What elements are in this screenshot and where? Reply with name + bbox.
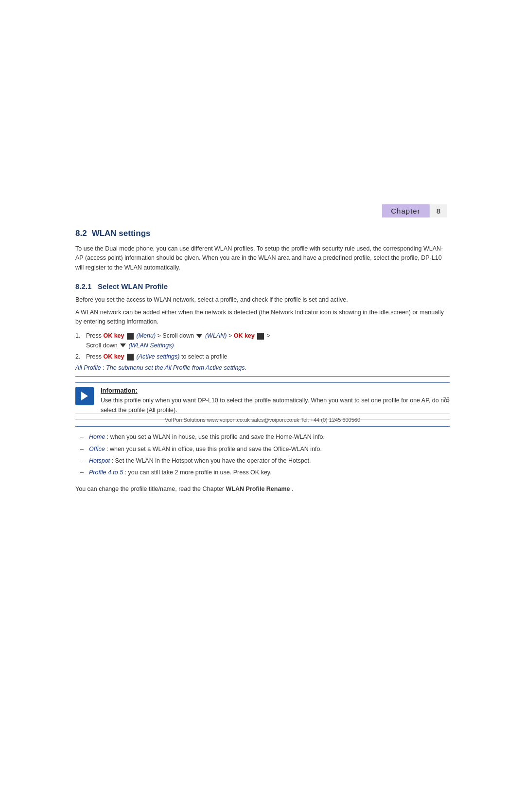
all-profile-label: All Profile — [75, 364, 101, 371]
bullet-home-text: : when you set a WLAN in house, use this… — [107, 433, 325, 440]
bullet-hotspot-content: Hotspot : Set the WLAN in the Hotspot wh… — [89, 456, 311, 466]
dash-4: – — [80, 468, 85, 477]
bullet-hotspot: – Hotspot : Set the WLAN in the Hotspot … — [80, 456, 450, 466]
divider-2 — [75, 426, 450, 427]
step-1-gt2: > — [228, 332, 234, 339]
step-2-active: (Active settings) — [137, 353, 180, 360]
steps-list: 1. Press OK key (Menu) > Scroll down (WL… — [75, 331, 450, 361]
step-1-gt3: > — [267, 332, 270, 339]
profile-rename-bold: WLAN Profile Rename — [226, 486, 290, 492]
step-1-press: Press — [86, 332, 103, 339]
step-1-menu: (Menu) — [137, 332, 156, 339]
scroll-down-icon-1 — [196, 334, 202, 338]
section-821-desc2: A WLAN network can be added either when … — [75, 308, 450, 327]
step-2-press: Press — [86, 353, 103, 360]
step-1-gt1: > — [158, 332, 163, 339]
bullet-profile45-text: : you can still take 2 more profile in u… — [125, 469, 272, 476]
bullet-office-content: Office : when you set a WLAN in office, … — [89, 445, 322, 454]
page-container: Chapter 8 8.2 WLAN settings To use the D… — [0, 0, 525, 812]
info-icon — [75, 387, 94, 405]
step-1: 1. Press OK key (Menu) > Scroll down (WL… — [75, 331, 450, 350]
chapter-label: Chapter — [382, 204, 429, 217]
step-1-wlansettings: (WLAN Settings) — [129, 342, 174, 349]
step-2-number: 2. — [75, 352, 83, 361]
step-1-ok2: OK key — [234, 332, 255, 339]
section-82-number: 8.2 — [75, 229, 87, 238]
divider-1 — [75, 376, 450, 377]
chapter-header: Chapter 8 — [382, 204, 447, 217]
all-profile: All Profile : The submenu set the All Pr… — [75, 364, 450, 371]
bullet-home: – Home : when you set a WLAN in house, u… — [80, 433, 450, 442]
bullet-office-label: Office — [89, 446, 105, 452]
dash-2: – — [80, 445, 85, 454]
key-icon-2 — [257, 333, 264, 340]
chapter-number: 8 — [429, 204, 447, 217]
section-82-description: To use the Dual mode phone, you can use … — [75, 244, 450, 272]
bullet-profile45: – Profile 4 to 5 : you can still take 2 … — [80, 468, 450, 477]
key-icon-3 — [127, 354, 134, 361]
info-title: Information: — [101, 387, 450, 394]
bullet-profile45-label: Profile 4 to 5 — [89, 469, 123, 476]
content-area: 8.2 WLAN settings To use the Dual mode p… — [75, 229, 450, 494]
info-body: Use this profile only when you want DP-L… — [101, 396, 450, 415]
info-content: Information: Use this profile only when … — [101, 387, 450, 415]
bullet-hotspot-label: Hotspot — [89, 457, 110, 464]
bullet-office-text: : when you set a WLAN in office, use thi… — [106, 446, 322, 452]
scroll-down-icon-2 — [120, 343, 126, 347]
step-2-suffix: to select a profile — [181, 353, 228, 360]
step-2-ok: OK key — [103, 353, 124, 360]
profile-rename-prefix: You can change the profile title/name, r… — [75, 486, 224, 492]
section-82-title: 8.2 WLAN settings — [75, 229, 450, 238]
step-1-scroll1: Scroll down — [162, 332, 195, 339]
step-2: 2. Press OK key (Active settings) to sel… — [75, 352, 450, 361]
step-1-scroll2-label: Scroll down — [86, 342, 119, 349]
section-821-number: 8.2.1 — [75, 282, 91, 290]
dash-3: – — [80, 456, 85, 466]
all-profile-colon: : The submenu set the All Profile from A… — [103, 364, 246, 371]
bullet-office: – Office : when you set a WLAN in office… — [80, 445, 450, 454]
dash-1: – — [80, 433, 85, 442]
info-icon-arrow — [81, 392, 88, 400]
step-1-wlan: (WLAN) — [205, 332, 227, 339]
page-number: 75 — [443, 397, 450, 403]
bullet-home-content: Home : when you set a WLAN in house, use… — [89, 433, 325, 442]
key-icon-1 — [127, 333, 134, 340]
footer: VoIPon Solutions www.voipon.co.uk sales@… — [75, 414, 450, 423]
step-1-ok1: OK key — [103, 332, 124, 339]
section-821-title: 8.2.1 Select WLAN Profile — [75, 282, 450, 290]
section-821-heading: Select WLAN Profile — [98, 282, 168, 290]
bullet-hotspot-text: : Set the WLAN in the Hotspot when you h… — [112, 457, 311, 464]
step-1-number: 1. — [75, 331, 83, 341]
bullet-list: – Home : when you set a WLAN in house, u… — [80, 433, 450, 478]
bullet-home-label: Home — [89, 433, 105, 440]
bullet-profile45-content: Profile 4 to 5 : you can still take 2 mo… — [89, 468, 272, 477]
profile-rename: You can change the profile title/name, r… — [75, 485, 450, 494]
section-821-desc1: Before you set the access to WLAN networ… — [75, 295, 450, 305]
step-1-content: Press OK key (Menu) > Scroll down (WLAN)… — [86, 331, 270, 350]
step-2-content: Press OK key (Active settings) to select… — [86, 352, 227, 361]
profile-rename-suffix: . — [292, 486, 293, 492]
section-82-heading: WLAN settings — [92, 229, 151, 238]
